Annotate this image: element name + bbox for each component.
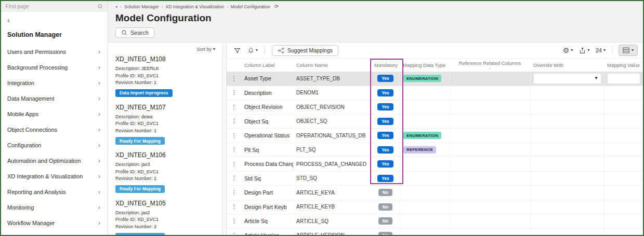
- table-row[interactable]: ⋮Plt SqPLT_SQYesREFERENCE: [227, 143, 643, 158]
- export-button[interactable]: ▾: [579, 47, 589, 54]
- sidebar-item-xd-integration-visualization[interactable]: XD Integration & Visualization›: [1, 169, 108, 184]
- table-row[interactable]: ⋮Article SqARTICLE_SQNo: [227, 214, 643, 229]
- model-card[interactable]: XD_INTEG_M105Description: jax2Profile ID…: [115, 200, 219, 235]
- breadcrumb-item[interactable]: XD Integration & Visualization: [166, 4, 224, 9]
- sidebar-item-workflow-manager[interactable]: Workflow Manager›: [1, 215, 108, 231]
- chevron-down-icon: ▾: [571, 48, 573, 52]
- row-menu-icon[interactable]: ⋮: [231, 189, 237, 196]
- view-toggle-button[interactable]: ▾: [619, 45, 638, 56]
- breadcrumb: ●›Solution Manager›XD Integration & Visu…: [115, 4, 643, 9]
- row-menu-icon[interactable]: ⋮: [231, 104, 237, 110]
- suggest-mappings-label: Suggest Mappings: [287, 47, 333, 53]
- table-row[interactable]: ⋮Object SqOBJECT_SQYes: [227, 115, 643, 129]
- row-menu-cell: ⋮: [227, 229, 241, 235]
- model-name: XD_INTEG_M105: [115, 200, 219, 207]
- mapping-value-cell: [604, 200, 643, 214]
- column-name-cell: OBJECT_SQ: [293, 115, 371, 129]
- table-row[interactable]: ⋮Asset TypeASSET_TYPE_DBYesENUMERATION▼: [227, 72, 643, 86]
- sidebar-item-monitoring[interactable]: Monitoring›: [1, 200, 108, 215]
- col-header-reference-related-columns[interactable]: Reference Related Columns ⌄: [450, 61, 530, 70]
- sort-by-control[interactable]: Sort by ▾: [115, 43, 219, 55]
- row-menu-icon[interactable]: ⋮: [231, 146, 237, 153]
- col-header-mapping-value[interactable]: Mapping Value: [604, 62, 643, 68]
- mandatory-cell: No: [371, 214, 400, 228]
- col-header-column-name[interactable]: Column Name: [293, 62, 371, 68]
- col-header-override-with[interactable]: Override With: [530, 62, 604, 68]
- override-with-dropdown[interactable]: ▼: [534, 74, 601, 84]
- table-row[interactable]: ⋮Operational StatusOPERATIONAL_STATUS_DB…: [227, 129, 643, 143]
- chevron-right-icon: ›: [98, 189, 100, 195]
- sidebar-item-reporting-and-analysis[interactable]: Reporting and Analysis›: [1, 184, 108, 200]
- row-menu-icon[interactable]: ⋮: [231, 161, 237, 168]
- bell-icon: [247, 47, 254, 54]
- sidebar-item-automation-and-optimization[interactable]: Automation and Optimization›: [1, 153, 108, 169]
- model-detail-line: Description: dewa: [115, 114, 219, 121]
- mandatory-cell: Yes: [371, 72, 400, 86]
- col-header-mandatory[interactable]: Mandatory: [371, 62, 400, 68]
- row-menu-icon[interactable]: ⋮: [231, 218, 237, 225]
- row-menu-icon[interactable]: ⋮: [231, 175, 237, 182]
- table-row[interactable]: ⋮Object RevisionOBJECT_REVISIONYes: [227, 100, 643, 115]
- row-menu-icon[interactable]: ⋮: [231, 75, 237, 82]
- model-card[interactable]: XD_INTEG_M106Description: jax3Profile ID…: [115, 151, 219, 193]
- sidebar-item-label: Users and Permissions: [7, 49, 66, 55]
- sidebar-back-button[interactable]: ‹: [1, 12, 108, 24]
- sidebar-item-object-connections[interactable]: Object Connections›: [1, 122, 108, 137]
- table-row[interactable]: ⋮Process Data ChangedPROCESS_DATA_CHANGE…: [227, 157, 643, 172]
- notifications-button[interactable]: ▾: [247, 47, 258, 54]
- col-header-mapping-data-type[interactable]: Mapping Data Type: [400, 62, 450, 68]
- row-menu-icon[interactable]: ⋮: [231, 118, 237, 124]
- override-with-cell: [530, 157, 604, 171]
- row-menu-icon[interactable]: ⋮: [231, 203, 237, 210]
- chevron-right-icon: ›: [98, 220, 100, 226]
- breadcrumb-item[interactable]: Model Configuration: [231, 4, 270, 9]
- mandatory-cell: Yes: [371, 100, 400, 114]
- override-with-cell: [530, 214, 604, 228]
- table-row[interactable]: ⋮Design PartARTICLE_KEYANo: [227, 186, 643, 200]
- sidebar-item-data-management[interactable]: Data Management›: [1, 91, 108, 106]
- row-menu-icon[interactable]: ⋮: [231, 89, 237, 96]
- row-menu-icon[interactable]: ⋮: [231, 232, 237, 235]
- mapping-value-cell: [604, 115, 643, 129]
- content-area: Sort by ▾ XD_INTEG_M108Description: JEER…: [108, 43, 643, 235]
- search-icon: [97, 4, 103, 9]
- suggest-mappings-button[interactable]: Suggest Mappings: [272, 45, 338, 56]
- column-label-cell: Process Data Changed: [241, 157, 293, 171]
- table-row[interactable]: ⋮Article VersionARTICLE_VERSIONNo: [227, 229, 643, 235]
- sidebar-item-configuration[interactable]: Configuration›: [1, 137, 108, 153]
- refresh-icon[interactable]: ⟳: [274, 4, 279, 9]
- breadcrumb-item[interactable]: Solution Manager: [124, 4, 159, 9]
- search-button[interactable]: Search: [115, 27, 154, 38]
- row-menu-icon[interactable]: ⋮: [231, 132, 237, 139]
- mapping-value-cell: [604, 157, 643, 171]
- sidebar-item-integration[interactable]: Integration›: [1, 75, 108, 91]
- sidebar-item-users-and-permissions[interactable]: Users and Permissions›: [1, 44, 108, 60]
- find-page-search-input[interactable]: Find page: [1, 1, 108, 12]
- reference-related-columns-cell: [450, 157, 530, 171]
- page-size-selector[interactable]: 24 ▾: [596, 47, 606, 53]
- mapping-value-input[interactable]: [608, 74, 640, 84]
- settings-button[interactable]: ⚙ ▾: [563, 47, 573, 54]
- model-detail-line: Profile ID: XD_SVC1: [115, 73, 219, 80]
- filter-button[interactable]: [234, 47, 241, 54]
- model-card[interactable]: XD_INTEG_M108Description: JEERLKProfile …: [115, 55, 219, 97]
- app-window: Find page ‹ Solution Manager Users and P…: [0, 0, 644, 236]
- mapping-data-type-cell: [400, 229, 450, 235]
- chevron-right-icon: ›: [98, 142, 100, 148]
- mapping-value-cell: [604, 129, 643, 143]
- mapping-value-cell: [604, 214, 643, 228]
- column-name-cell: PLT_SQ: [293, 143, 371, 157]
- model-status-badge: Ready For Mapping: [115, 233, 165, 235]
- sidebar-item-label: Reporting and Analysis: [7, 189, 66, 195]
- sidebar-item-background-processing[interactable]: Background Processing›: [1, 60, 108, 75]
- page-header: ●›Solution Manager›XD Integration & Visu…: [108, 1, 643, 43]
- model-card[interactable]: XD_INTEG_M107Description: dewaProfile ID…: [115, 104, 219, 145]
- sidebar-item-mobile-apps[interactable]: Mobile Apps›: [1, 106, 108, 122]
- table-row[interactable]: ⋮Design Part KeybARTICLE_KEYBNo: [227, 200, 643, 215]
- col-header-column-label[interactable]: Column Label: [241, 62, 293, 68]
- model-detail-line: Description: JEERLK: [115, 65, 219, 73]
- table-row[interactable]: ⋮DescriptionDENOM1Yes: [227, 86, 643, 101]
- vertical-scrollbar[interactable]: [222, 43, 227, 235]
- table-row[interactable]: ⋮Std SqSTD_SQYes: [227, 172, 643, 186]
- mandatory-cell: Yes: [371, 86, 400, 100]
